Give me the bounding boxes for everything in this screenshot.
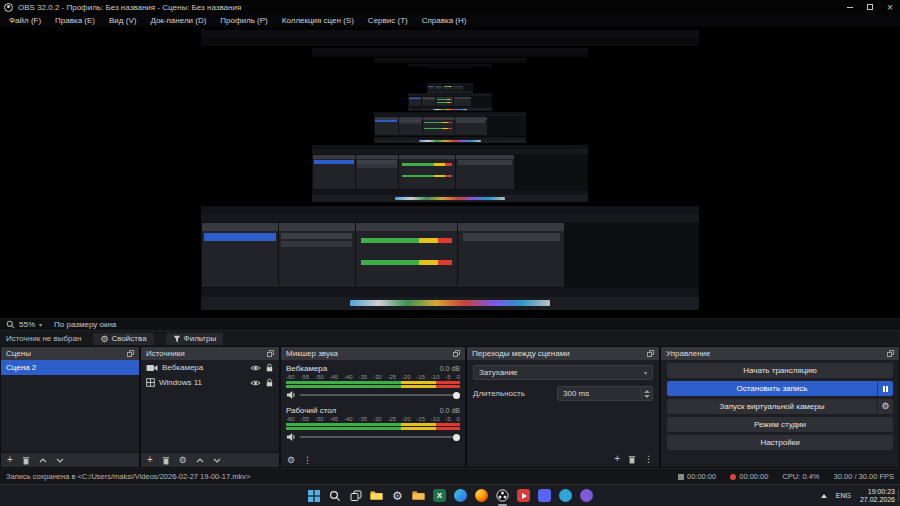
- studio-mode-button[interactable]: Режим студии: [667, 417, 893, 432]
- file-explorer-icon[interactable]: [366, 485, 387, 506]
- channel-level: 0.0 dB: [440, 407, 460, 414]
- volume-slider[interactable]: [300, 431, 460, 443]
- settings-icon[interactable]: ⚙: [387, 485, 408, 506]
- obs-icon[interactable]: [492, 485, 513, 506]
- menu-profile[interactable]: Профиль (P): [213, 14, 274, 27]
- start-virtual-camera-button[interactable]: Запуск виртуальной камеры ⚙: [667, 399, 893, 414]
- transitions-panel: Затухание ▾ Длительность 300 ms + ⋮: [467, 360, 659, 467]
- source-item-windows11[interactable]: Windows 11: [141, 375, 279, 390]
- task-view-icon[interactable]: [345, 485, 366, 506]
- volume-meter: [286, 423, 460, 426]
- discord-icon[interactable]: [534, 485, 555, 506]
- remove-source-icon[interactable]: [162, 456, 170, 465]
- channel-name: Рабочий стол: [286, 406, 336, 415]
- eye-icon[interactable]: [250, 364, 261, 372]
- menu-view[interactable]: Вид (V): [102, 14, 143, 27]
- popout-icon[interactable]: [647, 350, 654, 357]
- obs-window: OBS 32.0.2 - Профиль: Без названия - Сце…: [0, 0, 900, 506]
- move-source-up-icon[interactable]: [196, 458, 204, 463]
- add-source-icon[interactable]: +: [147, 455, 153, 465]
- speaker-icon[interactable]: [286, 390, 296, 400]
- scene-item[interactable]: Сцена 2: [1, 360, 139, 375]
- speaker-icon[interactable]: [286, 432, 296, 442]
- duration-spinbox[interactable]: 300 ms: [557, 386, 653, 401]
- media-player-icon[interactable]: [513, 485, 534, 506]
- move-scene-down-icon[interactable]: [56, 458, 64, 463]
- tray-chevron-up-icon[interactable]: [821, 494, 827, 498]
- source-item-webcam[interactable]: Вебкамера: [141, 360, 279, 375]
- menu-edit[interactable]: Правка (E): [48, 14, 102, 27]
- menu-tools[interactable]: Сервис (T): [361, 14, 415, 27]
- start-button[interactable]: [303, 485, 324, 506]
- camera-icon: [146, 364, 158, 372]
- settings-button[interactable]: Настройки: [667, 435, 893, 450]
- popout-icon[interactable]: [453, 350, 460, 357]
- transitions-dock-header[interactable]: Переходы между сценами: [467, 347, 659, 360]
- firefox-icon[interactable]: [471, 485, 492, 506]
- telegram-icon[interactable]: [555, 485, 576, 506]
- edge-icon[interactable]: [450, 485, 471, 506]
- volume-meter: [286, 427, 460, 430]
- search-icon[interactable]: [324, 485, 345, 506]
- volume-slider[interactable]: [300, 389, 460, 401]
- transitions-dock: Переходы между сценами Затухание ▾ Длите…: [467, 347, 659, 467]
- advanced-audio-icon[interactable]: ⚙: [287, 455, 295, 465]
- clock[interactable]: 19:00:23 27.02.2026: [860, 488, 895, 504]
- preview-area[interactable]: [0, 28, 900, 318]
- sources-list: Вебкамера Windows 11: [141, 360, 279, 452]
- minimize-button[interactable]: [840, 0, 860, 14]
- sources-dock-header[interactable]: Источники: [141, 347, 279, 360]
- lock-icon[interactable]: [265, 363, 274, 372]
- menu-docks[interactable]: Док-панели (D): [143, 14, 213, 27]
- screen-capture-source[interactable]: [201, 30, 699, 310]
- source-properties-icon[interactable]: ⚙: [179, 455, 187, 465]
- zoom-level[interactable]: 55%: [19, 320, 35, 329]
- filters-button[interactable]: Фильтры: [166, 333, 224, 345]
- mixer-channels: Вебкамера 0.0 dB -60-55-50-45-40-35-30-2…: [281, 360, 465, 467]
- start-streaming-button[interactable]: Начать трансляцию: [667, 363, 893, 378]
- language-indicator[interactable]: ENG: [836, 492, 851, 499]
- lock-icon[interactable]: [265, 378, 274, 387]
- transition-select[interactable]: Затухание ▾: [473, 365, 653, 380]
- add-scene-icon[interactable]: +: [7, 455, 13, 465]
- mixer-dock-title: Микшер звука: [286, 349, 338, 358]
- move-scene-up-icon[interactable]: [39, 458, 47, 463]
- stop-recording-button[interactable]: Остановить запись: [667, 381, 893, 396]
- add-transition-icon[interactable]: +: [614, 454, 620, 464]
- menu-file[interactable]: Файл (F): [2, 14, 48, 27]
- remove-transition-icon[interactable]: [628, 454, 636, 464]
- scenes-dock: Сцены Сцена 2 +: [1, 347, 139, 467]
- spin-down-icon[interactable]: [644, 395, 650, 398]
- window-icon: [146, 378, 155, 387]
- remove-scene-icon[interactable]: [22, 456, 30, 465]
- pause-recording-button[interactable]: [877, 381, 893, 396]
- scenes-dock-header[interactable]: Сцены: [1, 347, 139, 360]
- fit-to-window-toggle[interactable]: По размеру окна: [54, 320, 116, 329]
- eye-icon[interactable]: [250, 379, 261, 387]
- sources-toolbar: + ⚙: [141, 452, 279, 467]
- record-status-icon: [730, 474, 736, 480]
- controls-panel: Начать трансляцию Остановить запись Запу…: [661, 360, 899, 467]
- popout-icon[interactable]: [127, 350, 134, 357]
- controls-dock-header[interactable]: Управление: [661, 347, 899, 360]
- popout-icon[interactable]: [267, 350, 274, 357]
- popout-icon[interactable]: [887, 350, 894, 357]
- chevron-down-icon[interactable]: ▾: [39, 321, 42, 328]
- gear-icon: ⚙: [100, 334, 108, 344]
- mixer-menu-dots-icon[interactable]: ⋮: [303, 455, 312, 465]
- mixer-dock-header[interactable]: Микшер звука: [281, 347, 465, 360]
- menu-help[interactable]: Справка (H): [415, 14, 474, 27]
- virtual-camera-settings-icon[interactable]: ⚙: [877, 399, 893, 414]
- move-source-down-icon[interactable]: [213, 458, 221, 463]
- close-button[interactable]: ×: [880, 0, 900, 14]
- app-icon-purple[interactable]: [576, 485, 597, 506]
- menu-bar: Файл (F) Правка (E) Вид (V) Док-панели (…: [0, 14, 900, 28]
- transition-menu-dots-icon[interactable]: ⋮: [644, 454, 653, 464]
- spin-up-icon[interactable]: [644, 390, 650, 393]
- menu-scene-collection[interactable]: Коллекция сцен (S): [275, 14, 361, 27]
- chevron-down-icon: ▾: [644, 369, 647, 376]
- excel-icon[interactable]: X: [429, 485, 450, 506]
- maximize-button[interactable]: [860, 0, 880, 14]
- folder-icon[interactable]: [408, 485, 429, 506]
- properties-button[interactable]: ⚙ Свойства: [93, 333, 153, 345]
